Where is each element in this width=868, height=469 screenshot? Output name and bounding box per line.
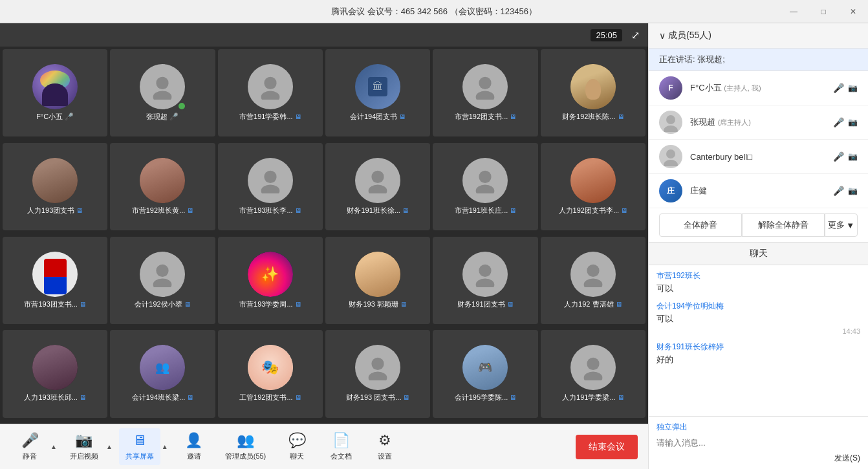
screen-icon: 🖥 (616, 301, 622, 308)
settings-button[interactable]: ⚙ 设置 (365, 428, 404, 465)
send-button[interactable]: 发送(S) (834, 453, 860, 464)
participant-name: 市营192班长黄... 🖥 (129, 206, 197, 215)
svg-point-17 (583, 278, 602, 287)
video-cell-renli192l[interactable]: 人力192团支书李... 🖥 (541, 143, 646, 230)
manage-label: 管理成员(55) (225, 452, 266, 461)
video-label: 开启视频 (70, 452, 98, 461)
chat-input[interactable] (656, 435, 860, 450)
screen-icon: 🖥 (399, 113, 406, 120)
window-title: 腾讯会议 会议号：465 342 566 （会议密码：123456） (331, 6, 537, 17)
member-mic-icon-zhuang: 🎤 (833, 186, 844, 196)
member-avatar-fc: F (659, 76, 682, 100)
unmute-all-button[interactable]: 解除全体静音 (742, 213, 825, 237)
video-cell-kuaiji195c[interactable]: 🎮 会计195学委陈... 🖥 (433, 330, 537, 417)
chat-sender-3: 财务191班长徐梓婷 (656, 342, 860, 353)
svg-point-15 (476, 278, 495, 287)
video-cell-shiying192h[interactable]: 市营192班长黄... 🖥 (110, 143, 215, 230)
chat-message-2: 会计194学位明灿梅 可以 14:43 (656, 301, 860, 335)
svg-point-9 (369, 184, 387, 193)
member-name-zhuang: 庄健 (690, 185, 825, 197)
video-cell-zhang[interactable]: 张现超 🎤 (110, 49, 215, 136)
member-controls-fc: 🎤 📷 (833, 83, 858, 93)
docs-button[interactable]: 📄 会文档 (321, 428, 360, 465)
participant-name: 财务191团支书 🖥 (455, 300, 515, 309)
video-cell-shiying193t[interactable]: 市营193团支书... 🖥 (3, 237, 107, 324)
video-cell-fc[interactable]: F°C小五 🎤 (3, 49, 107, 136)
video-cell-shiying192t[interactable]: 市营192团支书... 🖥 (433, 49, 537, 136)
video-cell-caiwu192[interactable]: 财务192班长陈... 🖥 (541, 49, 646, 136)
video-button[interactable]: 📷 开启视频 (63, 428, 105, 465)
chat-time-2: 14:43 (656, 327, 860, 335)
screen-icon: 🖥 (400, 301, 407, 308)
video-cell-renli193q[interactable]: 人力193班长邱... 🖥 (3, 330, 107, 417)
manage-button[interactable]: 👥 管理成员(55) (219, 428, 273, 465)
video-cell-kuaiji194l[interactable]: 👥 会计194班长梁... 🖥 (110, 330, 215, 417)
video-cell-renli192c[interactable]: 人力192 曹湛雄 🖥 (541, 237, 646, 324)
svg-point-8 (372, 171, 384, 183)
video-cell-shiying191[interactable]: 市营191学委韩... 🖥 (218, 49, 323, 136)
title-bar: 腾讯会议 会议号：465 342 566 （会议密码：123456） — □ ✕ (0, 0, 868, 23)
participant-name: 市营191学委韩... 🖥 (237, 112, 304, 122)
svg-point-4 (479, 77, 492, 89)
mic-icon: 🎤 (21, 432, 39, 449)
video-cell-caiwu191x[interactable]: 财务191班长徐... 🖥 (325, 143, 430, 230)
member-avatar-canterbury (659, 145, 682, 168)
video-cell-caiwu193t[interactable]: 财务193 团支书... 🖥 (325, 330, 430, 417)
video-cell-kuaiji194[interactable]: 🏛 会计194团支书 🖥 (325, 49, 430, 136)
member-item-canterbury[interactable]: Canterbury bell□ 🎤 📷 (649, 140, 868, 174)
video-cell-caiwu191t[interactable]: 财务191团支书 🖥 (433, 237, 537, 324)
video-cell-shiying191z[interactable]: 市营191班长庄... 🖥 (433, 143, 537, 230)
svg-point-6 (264, 171, 276, 183)
video-cell-kuaiji192h[interactable]: 会计192侯小翠 🖥 (110, 237, 215, 324)
member-controls-canterbury: 🎤 📷 (833, 151, 858, 162)
member-video-icon: 📷 (848, 83, 858, 93)
video-arrow[interactable]: ▲ (105, 443, 114, 450)
svg-point-16 (587, 264, 599, 276)
screen-icon: 🖥 (295, 394, 301, 401)
member-item-zhang[interactable]: 张现超 (席主持人) 🎤 📷 (649, 105, 868, 140)
share-arrow[interactable]: ▲ (160, 443, 169, 450)
member-item-fc[interactable]: F F°C小五 (主持人, 我) 🎤 📷 (649, 71, 868, 105)
maximize-button[interactable]: □ (808, 0, 838, 23)
close-button[interactable]: ✕ (838, 0, 868, 23)
mute-arrow[interactable]: ▲ (49, 443, 58, 450)
participant-name: 市营192团支书... 🖥 (452, 112, 519, 122)
svg-point-11 (476, 184, 495, 193)
svg-point-5 (476, 91, 495, 100)
end-meeting-button[interactable]: 结束会议 (576, 435, 638, 459)
minimize-button[interactable]: — (779, 0, 808, 23)
chat-button[interactable]: 💬 聊天 (277, 428, 316, 465)
participant-name: 市营193学委周... 🖥 (237, 300, 304, 309)
participant-name: F°C小五 🎤 (34, 112, 76, 122)
screen-icon: 🖥 (618, 394, 624, 401)
mute-all-button[interactable]: 全体静音 (659, 213, 742, 237)
video-cell-gonguan192[interactable]: 🎭 工管192团支书... 🖥 (218, 330, 323, 417)
chat-footer: 独立弹出 (656, 422, 860, 433)
svg-point-7 (261, 184, 279, 193)
more-button[interactable]: 更多 ▼ (825, 213, 858, 237)
expand-button[interactable]: ⤢ (627, 27, 643, 43)
video-cell-renli191l[interactable]: 人力191学委梁... 🖥 (541, 330, 646, 417)
participant-name: 财务192班长陈... 🖥 (559, 112, 627, 122)
screen-icon: 🖥 (184, 301, 191, 308)
screen-icon: 🖥 (618, 113, 624, 120)
share-button[interactable]: 🖥 共享屏幕 (119, 428, 160, 465)
screen-icon: 🖥 (187, 207, 193, 214)
svg-point-14 (479, 264, 492, 276)
participant-name: 财务191班长徐... 🖥 (344, 206, 411, 215)
member-avatar-zhuang: 庄 (659, 179, 682, 202)
invite-label: 邀请 (187, 452, 201, 461)
video-cell-shiying193l[interactable]: 市营193班长李... 🖥 (218, 143, 323, 230)
video-cell-renli193[interactable]: 人力193团支书 🖥 (3, 143, 107, 230)
participant-name: 人力191学委梁... 🖥 (559, 393, 627, 402)
screen-icon: 🖥 (295, 113, 301, 120)
member-controls-zhang: 🎤 📷 (833, 117, 858, 127)
mute-button[interactable]: 🎤 静音 (10, 428, 49, 465)
invite-button[interactable]: 👤 邀请 (175, 428, 213, 465)
video-cell-shiying193z[interactable]: ✨ 市营193学委周... 🖥 (218, 237, 323, 324)
video-cell-caiwu193g[interactable]: 财务193 郭颖珊 🖥 (325, 237, 430, 324)
member-controls-zhuang: 🎤 📷 (833, 186, 858, 196)
member-item-zhuang[interactable]: 庄 庄健 🎤 📷 (649, 174, 868, 208)
video-header: 25:05 ⤢ (0, 23, 648, 47)
pop-out-button[interactable]: 独立弹出 (656, 422, 688, 433)
